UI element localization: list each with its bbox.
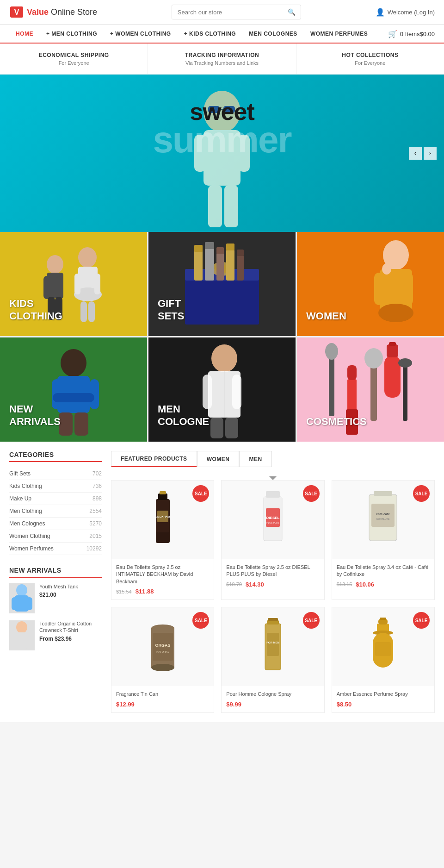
logo-text: Value Online Store xyxy=(27,7,97,17)
nav-item-women-clothing[interactable]: + WOMEN CLOTHING xyxy=(104,25,178,43)
nav-item-kids-clothing[interactable]: + KIDS CLOTHING xyxy=(178,25,243,43)
svg-rect-38 xyxy=(237,255,244,281)
info-collections: HOT COLLECTIONS For Everyone xyxy=(296,44,444,74)
sale-badge-5: SALE xyxy=(413,612,430,629)
svg-text:café·café: café·café xyxy=(376,512,390,516)
product-card-3[interactable]: ORGAS NATURAL SALE Fragrance Tin Can $12… xyxy=(111,607,214,712)
logo-icon: V xyxy=(9,5,24,19)
svg-point-75 xyxy=(364,348,383,368)
svg-point-46 xyxy=(382,263,391,275)
cat-item-gift-sets[interactable]: Gift Sets 702 xyxy=(9,468,102,480)
nav-left: HOME + MEN CLOTHING + WOMEN CLOTHING + K… xyxy=(9,25,374,43)
product-card-4[interactable]: FOR MEN SALE Pour Homme Cologne Spray $9… xyxy=(221,607,324,712)
tab-men[interactable]: MEN xyxy=(239,451,271,467)
category-gifts[interactable]: GIFTSETS xyxy=(148,232,296,336)
arrival-item-0[interactable]: Youth Mesh Tank $21.00 xyxy=(9,583,102,613)
product-card-2[interactable]: café·café COFINLUXE SALE Eau De Toilette… xyxy=(332,480,435,600)
nav-item-women-perfumes[interactable]: WOMEN PERFUMES xyxy=(304,25,374,43)
svg-rect-70 xyxy=(329,351,334,416)
new-arrivals-title: NEW ARRIVALS xyxy=(9,567,102,578)
cat-count-men-clothing: 2554 xyxy=(89,508,102,514)
category-kids[interactable]: KIDSCLOTHING xyxy=(0,232,147,336)
svg-point-76 xyxy=(16,584,27,596)
svg-text:FOR MEN: FOR MEN xyxy=(266,641,279,644)
svg-rect-119 xyxy=(375,642,391,656)
svg-point-104 xyxy=(151,664,174,671)
category-cologne[interactable]: MENCOLOGNE xyxy=(148,337,296,442)
product-card-5[interactable]: SALE Amber Essence Perfume Spray $8.50 xyxy=(332,607,435,712)
content-area: CATEGORIES Gift Sets 702 Kids Clothing 7… xyxy=(0,442,444,722)
welcome-text[interactable]: Welcome (Log In) xyxy=(388,9,435,16)
svg-rect-67 xyxy=(347,379,357,412)
cat-count-women-perfumes: 10292 xyxy=(86,545,102,552)
svg-rect-34 xyxy=(216,253,224,281)
category-cosmetics[interactable]: COSMETICS xyxy=(297,337,444,442)
tab-featured[interactable]: FEATURED PRODUCTS xyxy=(111,451,197,467)
product-name-3: Fragrance Tin Can xyxy=(116,691,209,698)
nav-item-home[interactable]: HOME xyxy=(9,25,40,44)
svg-rect-33 xyxy=(205,242,214,249)
tab-women[interactable]: WOMEN xyxy=(197,451,240,467)
cat-item-women-clothing[interactable]: Women Clothing 2015 xyxy=(9,530,102,543)
category-grid: KIDSCLOTHING GIFTSETS xyxy=(0,232,444,442)
price-new-3: $12.99 xyxy=(116,701,135,708)
arrival-img-0 xyxy=(9,583,35,613)
nav-item-men-colognes[interactable]: MEN COLOGNES xyxy=(242,25,304,43)
svg-rect-60 xyxy=(210,418,223,438)
cat-item-women-perfumes[interactable]: Women Perfumes 10292 xyxy=(9,543,102,555)
arrival-item-1[interactable]: Toddler Organic Cotton Crewneck T-Shirt … xyxy=(9,620,102,650)
cart-area[interactable]: 🛒 0 Items$0.00 xyxy=(388,30,435,38)
cat-name-kids: Kids Clothing xyxy=(9,483,42,489)
info-collections-sub: For Everyone xyxy=(301,60,439,66)
product-card-1[interactable]: DIESEL PLUS PLUS SALE Eau De Toilette Sp… xyxy=(221,480,324,600)
category-arrivals[interactable]: NEWARRIVALS xyxy=(0,337,147,442)
cart-count[interactable]: 0 Items$0.00 xyxy=(400,31,435,37)
svg-rect-52 xyxy=(59,412,73,436)
product-info-1: Eau De Toilette Spray 2.5 oz DIESEL PLUS… xyxy=(222,559,324,593)
svg-rect-98 xyxy=(374,491,392,496)
product-tabs: FEATURED PRODUCTS WOMEN MEN xyxy=(111,451,435,480)
product-card-0[interactable]: BECKHAM SALE Eau De Toilette Spray 2.5 o… xyxy=(111,480,214,600)
nav-item-men-clothing[interactable]: + MEN CLOTHING xyxy=(40,25,104,43)
cat-item-kids[interactable]: Kids Clothing 736 xyxy=(9,480,102,493)
product-info-4: Pour Homme Cologne Spray $9.99 xyxy=(222,686,324,712)
product-grid-row2: ORGAS NATURAL SALE Fragrance Tin Can $12… xyxy=(111,607,435,712)
info-shipping-sub: For Everyone xyxy=(5,60,143,66)
product-bottle-svg-2: café·café COFINLUXE xyxy=(362,490,404,550)
arrival-name-0: Youth Mesh Tank xyxy=(39,583,102,590)
cat-item-makeup[interactable]: Make Up 898 xyxy=(9,493,102,505)
logo[interactable]: V Value Online Store xyxy=(9,5,97,19)
sale-badge-4: SALE xyxy=(303,612,320,629)
arrival-img-svg-1 xyxy=(9,620,35,650)
cat-count-women-clothing: 2015 xyxy=(89,533,102,539)
svg-point-56 xyxy=(211,344,237,372)
categories-title: CATEGORIES xyxy=(9,451,102,462)
cat-name-gift-sets: Gift Sets xyxy=(9,470,31,477)
search-button[interactable]: 🔍 xyxy=(283,5,300,19)
cat-item-men-colognes[interactable]: Men Colognes 5270 xyxy=(9,518,102,530)
new-arrivals-section: NEW ARRIVALS Youth Mesh Tank $21.00 xyxy=(9,567,102,650)
svg-point-71 xyxy=(325,343,338,360)
hero-prev-button[interactable]: ‹ xyxy=(409,147,422,160)
product-prices-4: $9.99 xyxy=(226,701,319,708)
cat-name-makeup: Make Up xyxy=(9,495,31,502)
product-bottle-svg-5 xyxy=(367,617,399,677)
cat-item-men-clothing[interactable]: Men Clothing 2554 xyxy=(9,505,102,518)
svg-rect-72 xyxy=(403,365,407,421)
svg-rect-36 xyxy=(226,250,234,281)
hero-next-button[interactable]: › xyxy=(424,147,437,160)
category-women[interactable]: WOMEN xyxy=(297,232,444,336)
product-bottle-svg-1: DIESEL PLUS PLUS xyxy=(254,490,291,550)
cosmetics-label: COSMETICS xyxy=(306,416,367,428)
sale-badge-1: SALE xyxy=(303,485,320,502)
svg-text:DIESEL: DIESEL xyxy=(266,516,280,520)
user-area[interactable]: 👤 Welcome (Log In) xyxy=(376,8,435,17)
search-bar[interactable]: 🔍 xyxy=(172,5,301,19)
svg-rect-39 xyxy=(237,250,244,256)
product-name-5: Amber Essence Perfume Spray xyxy=(337,691,430,698)
svg-rect-43 xyxy=(374,273,383,305)
svg-rect-59 xyxy=(232,375,241,409)
main-content: FEATURED PRODUCTS WOMEN MEN BECK xyxy=(102,451,435,713)
search-input[interactable] xyxy=(172,6,283,19)
arrival-info-0: Youth Mesh Tank $21.00 xyxy=(39,583,102,598)
